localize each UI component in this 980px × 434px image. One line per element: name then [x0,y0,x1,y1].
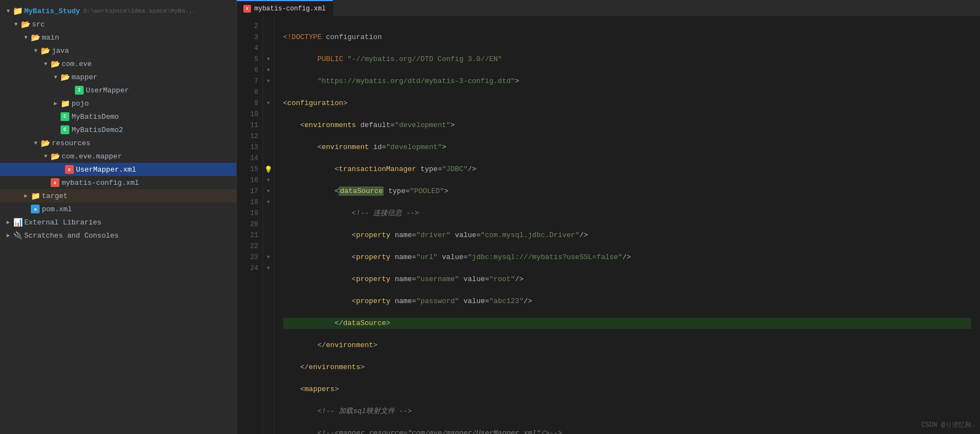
attr-value-abc123: value [464,297,485,305]
fold-5[interactable]: ▼ [267,57,270,62]
tag-prop-url: property [356,253,390,261]
ln-13: 13 [243,142,258,153]
code-line-6: <environments default="development"> [283,120,971,131]
fold-24[interactable]: ▼ [267,266,270,271]
sidebar-item-target[interactable]: ▶ 📁 target [0,189,236,202]
main-arrow: ▼ [22,34,30,41]
val-development-env: "development" [386,143,442,151]
resources-folder-icon: 📂 [41,139,50,147]
resources-label: resources [52,139,90,147]
gutter-23[interactable]: ▼ [263,252,274,263]
code-area[interactable]: 2 3 4 5 6 7 8 9 10 11 12 13 14 15 16 17 … [237,17,980,434]
attr-type-pooled: type [388,187,405,195]
pojo-folder-icon: 📁 [61,99,69,108]
fold-17[interactable]: ▼ [267,189,270,194]
val-driver: "driver" [416,231,450,239]
sidebar-item-pojo[interactable]: ▶ 📁 pojo [0,97,236,110]
sidebar-item-mapper-java[interactable]: ▼ 📂 mapper [0,70,236,84]
pojo-label: pojo [72,100,89,108]
gutter-21 [263,230,274,241]
com-eve-mapper-arrow: ▼ [42,152,50,160]
gutter-9[interactable]: ▼ [263,98,274,109]
sidebar-item-usermapper-xml[interactable]: ▶ X UserMapper.xml [0,163,236,176]
gutter-6[interactable]: ▼ [263,65,274,76]
val-abc123: "abc123" [489,297,524,305]
code-line-18: <mappers> [283,384,971,395]
gutter-16[interactable]: ▼ [263,175,274,186]
attr-value-root: value [464,275,485,283]
attr-default: default [360,121,390,129]
ln-15: 15 [243,164,258,175]
val-mysql-driver: "com.mysql.jdbc.Driver" [481,231,579,239]
sidebar-item-pom-xml[interactable]: ▶ m pom.xml [0,202,236,216]
line-numbers: 2 3 4 5 6 7 8 9 10 11 12 13 14 15 16 17 … [237,17,263,434]
gutter-17[interactable]: ▼ [263,186,274,197]
ln-22: 22 [243,241,258,252]
fold-23[interactable]: ▼ [267,255,270,260]
mybatis-config-xml-icon: X [51,178,59,187]
attr-name-password: name [395,297,412,305]
pom-xml-label: pom.xml [42,205,72,213]
sidebar-item-src[interactable]: ▼ 📂 src [0,18,236,31]
code-content[interactable]: <!DOCTYPE configuration PUBLIC "-//mybat… [274,17,980,434]
tab-mybatis-config[interactable]: X mybatis-config.xml [237,0,333,16]
ln-20: 20 [243,219,258,230]
attr-name-driver: name [395,231,412,239]
attr-value-url: value [442,253,464,261]
code-line-19: <!-- 加载sql映射文件 --> [283,406,971,417]
attr-id: id [373,143,382,151]
sidebar-item-com-eve[interactable]: ▼ 📂 com.eve [0,57,236,70]
fold-16[interactable]: ▼ [267,178,270,183]
fold-7[interactable]: ▼ [267,79,270,84]
tab-mybatis-config-label: mybatis-config.xml [254,5,326,13]
ln-4: 4 [243,43,258,54]
gutter-5[interactable]: ▼ [263,54,274,65]
project-root-item[interactable]: ▼ 📁 MyBatis_Study D:\workspace\idea.spac… [0,4,236,18]
usermapper-java-label: UserMapper [86,86,129,95]
tag-close-datasource: dataSource [343,319,386,327]
target-label: target [42,192,68,200]
gutter-4 [263,43,274,54]
java-arrow: ▼ [32,47,40,54]
code-line-14: <property name="password" value="abc123"… [283,296,971,307]
mapper-java-folder-icon: 📂 [61,73,69,81]
public-kw: PUBLIC [317,55,343,63]
sidebar-item-scratches[interactable]: ▶ 🔌 Scratches and Consoles [0,229,236,242]
sidebar-item-resources[interactable]: ▼ 📂 resources [0,136,236,150]
gutter: ▼ ▼ ▼ ▼ 💡 ▼ ▼ ▼ ▼ ▼ [263,17,274,434]
fold-9[interactable]: ▼ [267,101,270,106]
ln-19: 19 [243,208,258,219]
usermapper-xml-icon: X [65,165,74,174]
bulb-15[interactable]: 💡 [264,166,273,174]
gutter-24[interactable]: ▼ [263,263,274,274]
sidebar-item-java[interactable]: ▼ 📂 java [0,44,236,57]
sidebar-item-main[interactable]: ▼ 📂 main [0,31,236,44]
gutter-22 [263,241,274,252]
sidebar-item-com-eve-mapper[interactable]: ▼ 📂 com.eve.mapper [0,150,236,163]
fold-6[interactable]: ▼ [267,68,270,73]
tag-mappers: mappers [304,385,335,393]
gutter-18[interactable]: ▼ [263,197,274,208]
gutter-3 [263,32,274,43]
code-line-15: </dataSource> [283,318,971,329]
code-line-16: </environment> [283,340,971,351]
ext-lib-arrow: ▶ [4,218,12,226]
mybatisdemo2-label: MyBatisDemo2 [72,126,123,134]
expand-arrow: ▼ [4,7,12,15]
sidebar-item-mybatisdemo[interactable]: ▶ C MyBatisDemo [0,110,236,123]
sidebar-item-mybatis-config-xml[interactable]: ▶ X mybatis-config.xml [0,176,236,189]
ln-24: 24 [243,263,258,274]
comment-10: <!-- 连接信息 --> [352,209,419,217]
code-line-9: <dataSource type="POOLED"> [283,186,971,197]
gutter-7[interactable]: ▼ [263,76,274,87]
sidebar-item-external-libraries[interactable]: ▶ 📊 External Libraries [0,216,236,229]
val-development: "development" [395,121,450,129]
fold-18[interactable]: ▼ [267,200,270,205]
sidebar-item-usermapper-java[interactable]: ▶ I UserMapper [0,84,236,97]
scratches-icon: 🔌 [13,231,22,240]
code-line-5: <configuration> [283,98,971,109]
sidebar-item-mybatisdemo2[interactable]: ▶ C MyBatisDemo2 [0,123,236,136]
gt-5: > [343,99,347,107]
attr-value-driver: value [455,231,476,239]
tag-environments: environments [304,121,356,129]
